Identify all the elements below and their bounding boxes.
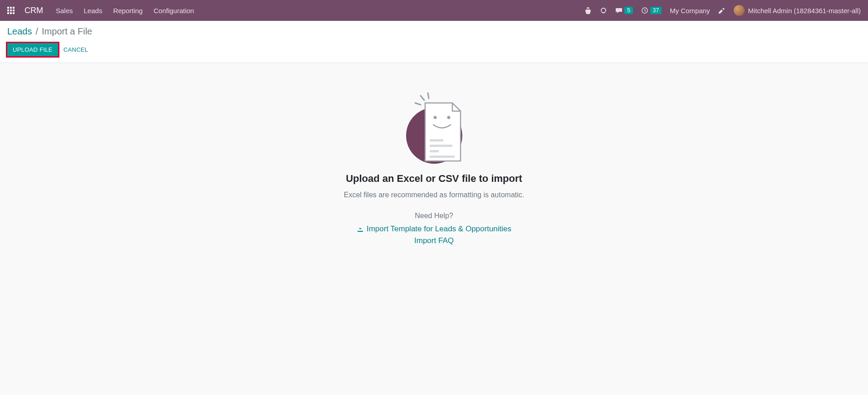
content-area: Upload an Excel or CSV file to import Ex… bbox=[0, 63, 868, 275]
import-template-link-text: Import Template for Leads & Opportunitie… bbox=[367, 224, 511, 234]
import-faq-link[interactable]: Import FAQ bbox=[414, 236, 454, 245]
svg-point-7 bbox=[447, 116, 450, 119]
avatar bbox=[734, 5, 745, 16]
action-row: Upload File Cancel bbox=[7, 43, 861, 56]
svg-line-3 bbox=[421, 96, 424, 100]
control-panel: Leads / Import a File Upload File Cancel bbox=[0, 21, 868, 63]
nav-sales[interactable]: Sales bbox=[56, 7, 73, 15]
debug-icon[interactable] bbox=[584, 7, 592, 14]
svg-rect-11 bbox=[430, 156, 455, 158]
import-template-link[interactable]: Import Template for Leads & Opportunitie… bbox=[357, 224, 511, 234]
apps-icon[interactable] bbox=[7, 7, 15, 14]
svg-rect-10 bbox=[430, 150, 439, 152]
nav-right: 5 37 My Company Mitchell Admin (18284361… bbox=[584, 5, 861, 16]
download-icon bbox=[357, 225, 364, 233]
help-label: Need Help? bbox=[415, 212, 453, 220]
nav-left: CRM Sales Leads Reporting Configuration bbox=[7, 6, 194, 15]
support-icon[interactable] bbox=[600, 7, 607, 14]
messages-badge: 5 bbox=[624, 7, 633, 14]
user-name: Mitchell Admin (18284361-master-all) bbox=[748, 7, 861, 15]
messages-icon[interactable]: 5 bbox=[615, 7, 633, 14]
upload-file-button[interactable]: Upload File bbox=[7, 43, 58, 56]
content-heading: Upload an Excel or CSV file to import bbox=[346, 173, 522, 185]
nav-menu: Sales Leads Reporting Configuration bbox=[56, 7, 194, 15]
breadcrumb-parent[interactable]: Leads bbox=[7, 26, 32, 37]
activities-badge: 37 bbox=[650, 7, 662, 14]
svg-line-5 bbox=[415, 103, 421, 105]
content-subtext: Excel files are recommended as formattin… bbox=[344, 191, 525, 199]
svg-line-4 bbox=[428, 93, 429, 98]
svg-rect-8 bbox=[430, 139, 443, 141]
user-menu[interactable]: Mitchell Admin (18284361-master-all) bbox=[734, 5, 861, 16]
breadcrumb-separator: / bbox=[36, 26, 39, 37]
company-switcher[interactable]: My Company bbox=[670, 7, 710, 15]
nav-configuration[interactable]: Configuration bbox=[153, 7, 194, 15]
nav-reporting[interactable]: Reporting bbox=[113, 7, 142, 15]
activities-icon[interactable]: 37 bbox=[641, 7, 662, 14]
tools-icon[interactable] bbox=[718, 7, 726, 14]
svg-rect-9 bbox=[430, 145, 452, 147]
svg-point-6 bbox=[433, 116, 436, 119]
breadcrumb-current: Import a File bbox=[42, 26, 92, 37]
file-illustration bbox=[398, 90, 471, 167]
nav-leads[interactable]: Leads bbox=[84, 7, 103, 15]
brand[interactable]: CRM bbox=[25, 6, 43, 15]
breadcrumb: Leads / Import a File bbox=[7, 26, 861, 37]
top-nav: CRM Sales Leads Reporting Configuration … bbox=[0, 0, 868, 21]
cancel-button[interactable]: Cancel bbox=[64, 46, 88, 53]
